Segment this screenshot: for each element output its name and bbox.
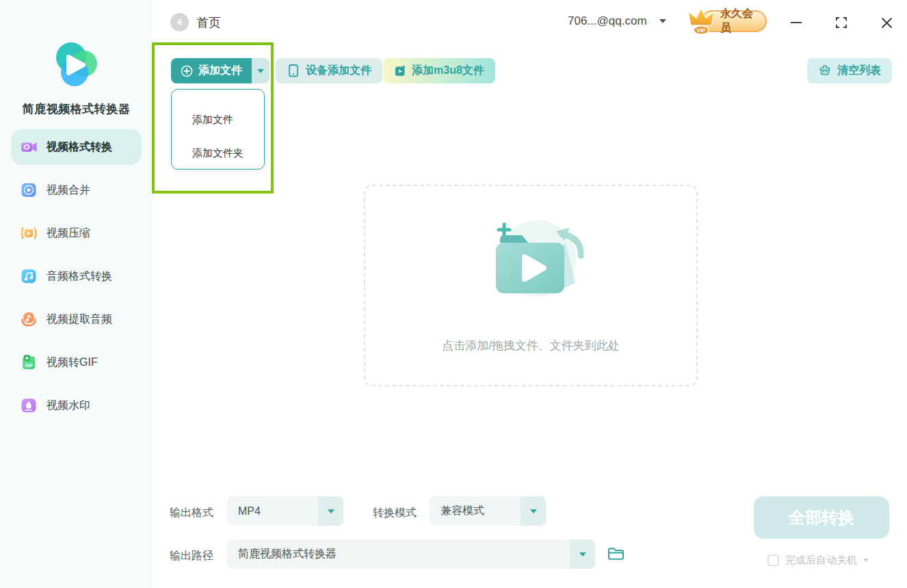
add-file-dropdown-toggle[interactable] [252, 58, 270, 83]
convert-mode-label: 转换模式 [373, 506, 417, 520]
sidebar-item-video-to-gif[interactable]: GIF 视频转GIF [11, 345, 142, 380]
broom-icon [818, 64, 832, 77]
convert-mode-value: 兼容模式 [441, 504, 484, 518]
output-format-label: 输出格式 [170, 506, 213, 520]
sidebar-item-video-merge[interactable]: 视频合并 [11, 172, 142, 208]
browse-folder-button[interactable] [607, 545, 625, 565]
sidebar-item-label: 视频合并 [47, 183, 90, 198]
app-title: 简鹿视频格式转换器 [0, 101, 153, 117]
device-add-file-label: 设备添加文件 [306, 64, 371, 78]
app-window: 简鹿视频格式转换器 视频格式转换 视频合并 [0, 0, 907, 588]
sidebar-item-label: 视频提取音频 [47, 312, 112, 327]
maximize-icon [835, 16, 847, 29]
path-select-arrow[interactable] [570, 539, 595, 569]
video-file-icon [394, 65, 406, 77]
close-button[interactable] [876, 12, 897, 33]
auto-shutdown-checkbox[interactable] [767, 554, 779, 566]
video-merge-icon [20, 181, 38, 199]
sidebar-item-video-convert[interactable]: 视频格式转换 [11, 129, 142, 165]
vip-tag-text: VIP [697, 27, 707, 34]
sidebar-item-label: 视频格式转换 [47, 140, 112, 155]
menu-item-add-folder[interactable]: 添加文件夹 [192, 137, 264, 170]
add-file-label: 添加文件 [198, 64, 242, 78]
chevron-down-icon [579, 552, 586, 557]
sidebar-nav: 视频格式转换 视频合并 视频压缩 [0, 129, 153, 431]
chevron-down-icon [530, 509, 537, 513]
sidebar-item-label: 音频格式转换 [47, 269, 112, 284]
output-format-value: MP4 [238, 505, 261, 518]
sidebar-item-label: 视频转GIF [47, 356, 98, 370]
back-button[interactable] [170, 13, 189, 31]
minimize-button[interactable] [786, 12, 806, 33]
auto-shutdown-label: 完成后自动关机 [785, 554, 857, 567]
maximize-button[interactable] [831, 12, 852, 33]
app-logo-icon [51, 40, 103, 94]
sidebar: 简鹿视频格式转换器 视频格式转换 视频合并 [0, 0, 153, 588]
account-chevron-down-icon[interactable] [659, 19, 666, 23]
video-to-gif-icon: GIF [20, 353, 38, 371]
sidebar-item-watermark[interactable]: 视频水印 [11, 388, 142, 423]
video-convert-icon [20, 138, 38, 156]
add-file-button[interactable]: 添加文件 [171, 58, 252, 83]
folder-illustration-icon [466, 211, 596, 313]
sidebar-item-extract-audio[interactable]: 视频提取音频 [11, 302, 142, 337]
drop-zone-hint: 点击添加/拖拽文件、文件夹到此处 [365, 338, 696, 353]
convert-all-label: 全部转换 [789, 507, 854, 529]
vip-badge[interactable]: 永久会员 VIP [685, 5, 767, 37]
output-path-value: 简鹿视频格式转换器 [238, 547, 337, 561]
add-m3u8-label: 添加m3u8文件 [412, 64, 484, 78]
sidebar-item-label: 视频压缩 [47, 226, 90, 241]
file-drop-zone[interactable]: 点击添加/拖拽文件、文件夹到此处 [364, 185, 698, 386]
sidebar-item-video-compress[interactable]: 视频压缩 [11, 215, 142, 251]
add-m3u8-button[interactable]: 添加m3u8文件 [383, 58, 495, 83]
clear-list-button[interactable]: 清空列表 [807, 58, 892, 83]
menu-item-add-file[interactable]: 添加文件 [192, 103, 264, 137]
shutdown-chevron-down-icon[interactable] [863, 559, 869, 562]
chevron-down-icon [257, 69, 264, 73]
add-file-split-button[interactable]: 添加文件 [171, 58, 270, 83]
output-format-select[interactable]: MP4 [227, 496, 343, 526]
chevron-down-icon [328, 509, 334, 513]
video-compress-icon [20, 224, 38, 242]
svg-text:GIF: GIF [25, 363, 33, 368]
audio-convert-icon [20, 267, 38, 285]
arrow-left-icon [175, 18, 184, 27]
output-path-select[interactable]: 简鹿视频格式转换器 [227, 539, 595, 569]
page-title: 首页 [196, 14, 221, 31]
add-file-dropdown-menu: 添加文件 添加文件夹 [171, 89, 265, 170]
watermark-icon [20, 397, 38, 414]
extract-audio-icon [20, 310, 38, 328]
clear-list-label: 清空列表 [837, 64, 881, 78]
output-path-label: 输出路径 [170, 549, 213, 563]
sidebar-item-label: 视频水印 [47, 399, 90, 413]
vip-crown-icon: VIP [685, 5, 718, 37]
device-add-file-button[interactable]: 设备添加文件 [276, 58, 382, 83]
auto-shutdown-option[interactable]: 完成后自动关机 [767, 554, 869, 567]
sidebar-item-audio-convert[interactable]: 音频格式转换 [11, 258, 142, 294]
format-select-arrow[interactable] [318, 496, 343, 526]
phone-icon [287, 64, 300, 78]
minimize-icon [791, 22, 802, 23]
convert-mode-select[interactable]: 兼容模式 [430, 496, 546, 526]
close-icon [881, 17, 893, 29]
plus-circle-icon [181, 65, 193, 77]
folder-outline-icon [607, 545, 625, 562]
mode-select-arrow[interactable] [521, 496, 546, 526]
convert-all-button[interactable]: 全部转换 [754, 496, 889, 539]
account-email[interactable]: 706...@qq.com [568, 14, 647, 28]
